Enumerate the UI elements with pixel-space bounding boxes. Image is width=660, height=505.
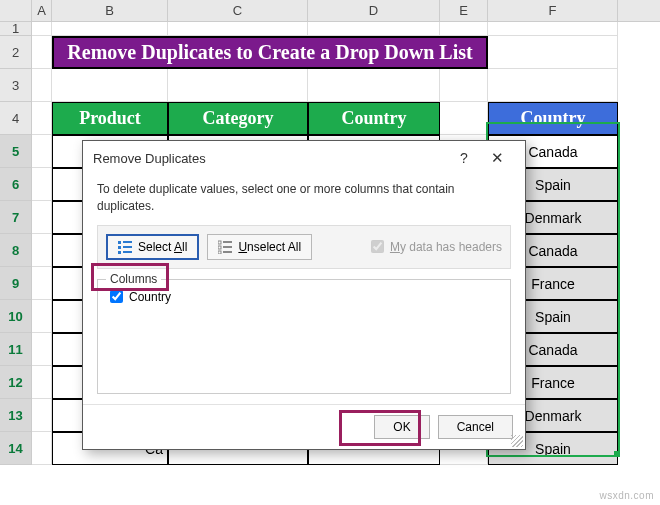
dialog-help-button[interactable]: ? [449, 150, 479, 166]
header-product: Product [52, 102, 168, 135]
cancel-button[interactable]: Cancel [438, 415, 513, 439]
select-all-icon [118, 240, 132, 254]
row-header-7[interactable]: 7 [0, 201, 32, 234]
svg-rect-2 [118, 246, 121, 249]
row-header-2[interactable]: 2 [0, 36, 32, 69]
svg-rect-11 [223, 251, 232, 253]
svg-rect-9 [223, 246, 232, 248]
svg-rect-8 [218, 246, 221, 249]
unselect-all-button[interactable]: Unselect All [207, 234, 312, 260]
col-header-B[interactable]: B [52, 0, 168, 21]
col-header-A[interactable]: A [32, 0, 52, 21]
row-header-11[interactable]: 11 [0, 333, 32, 366]
row-header-5[interactable]: 5 [0, 135, 32, 168]
header-country-f: Country [488, 102, 618, 135]
row-header-14[interactable]: 14 [0, 432, 32, 465]
columns-list[interactable]: Country [106, 288, 502, 385]
headers-checkbox-label: My data has headers [390, 240, 502, 254]
row-header-3[interactable]: 3 [0, 69, 32, 102]
dialog-title: Remove Duplicates [93, 151, 206, 166]
remove-duplicates-dialog: Remove Duplicates ? ✕ To delete duplicat… [82, 140, 526, 450]
svg-rect-3 [123, 246, 132, 248]
column-label-country: Country [129, 290, 171, 304]
headers-checkbox-input [371, 240, 384, 253]
select-all-button[interactable]: Select All [106, 234, 199, 260]
column-item-country[interactable]: Country [106, 288, 175, 306]
svg-rect-5 [123, 251, 132, 253]
dialog-footer: OK Cancel [83, 404, 525, 449]
watermark: wsxdn.com [599, 490, 654, 501]
columns-legend: Columns [106, 272, 161, 286]
row-header-9[interactable]: 9 [0, 267, 32, 300]
header-country: Country [308, 102, 440, 135]
svg-rect-10 [218, 251, 221, 254]
row-header-1[interactable]: 1 [0, 22, 32, 36]
col-header-F[interactable]: F [488, 0, 618, 21]
columns-fieldset: Columns Country [97, 279, 511, 394]
svg-rect-6 [218, 241, 221, 244]
banner-title: Remove Duplicates to Create a Drop Down … [52, 36, 488, 69]
row-header-13[interactable]: 13 [0, 399, 32, 432]
col-header-D[interactable]: D [308, 0, 440, 21]
row-header-10[interactable]: 10 [0, 300, 32, 333]
dialog-close-button[interactable]: ✕ [479, 149, 515, 167]
row-header-6[interactable]: 6 [0, 168, 32, 201]
select-all-label: Select All [138, 240, 187, 254]
col-header-E[interactable]: E [440, 0, 488, 21]
ok-button[interactable]: OK [374, 415, 429, 439]
row-header-4[interactable]: 4 [0, 102, 32, 135]
header-category: Category [168, 102, 308, 135]
data-has-headers-checkbox[interactable]: My data has headers [371, 240, 502, 254]
row-header-8[interactable]: 8 [0, 234, 32, 267]
column-headers: A B C D E F [0, 0, 660, 22]
svg-rect-1 [123, 241, 132, 243]
svg-rect-7 [223, 241, 232, 243]
row-header-12[interactable]: 12 [0, 366, 32, 399]
unselect-all-icon [218, 240, 232, 254]
svg-rect-4 [118, 251, 121, 254]
resize-grip-icon[interactable] [511, 435, 523, 447]
row-headers: 1 2 3 4 5 6 7 8 9 10 11 12 13 14 [0, 22, 32, 465]
col-header-C[interactable]: C [168, 0, 308, 21]
dialog-titlebar[interactable]: Remove Duplicates ? ✕ [83, 141, 525, 175]
unselect-all-label: Unselect All [238, 240, 301, 254]
dialog-message: To delete duplicate values, select one o… [97, 181, 511, 215]
dialog-toolbar: Select All Unselect All My data has head… [97, 225, 511, 269]
select-all-corner[interactable] [0, 0, 32, 21]
column-checkbox-country[interactable] [110, 290, 123, 303]
svg-rect-0 [118, 241, 121, 244]
